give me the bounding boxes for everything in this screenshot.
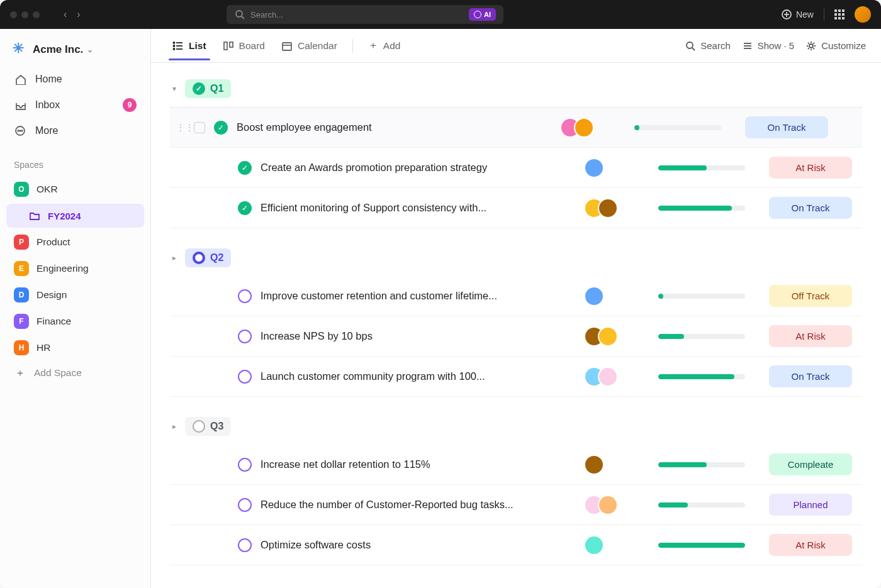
status-open-icon[interactable]: [238, 498, 252, 512]
board-icon: [223, 40, 234, 52]
task-row[interactable]: ⋮⋮ ✓ Create an Awards promotion preparat…: [170, 148, 862, 188]
workspace-switcher[interactable]: Acme Inc. ⌄: [6, 38, 144, 67]
toolbar-show[interactable]: Show · 5: [742, 40, 794, 52]
task-checkbox[interactable]: [194, 122, 205, 133]
status-done-icon[interactable]: ✓: [238, 201, 252, 215]
assignees[interactable]: [584, 198, 634, 218]
group-toggle[interactable]: ▸: [170, 422, 179, 431]
progress-bar[interactable]: [658, 294, 745, 299]
avatar[interactable]: [584, 158, 604, 178]
task-row[interactable]: ⋮⋮ Optimize software costs At Risk: [170, 525, 862, 565]
status-badge[interactable]: At Risk: [769, 157, 852, 179]
svg-rect-16: [230, 42, 233, 47]
avatar[interactable]: [584, 535, 604, 555]
svg-point-12: [174, 42, 175, 43]
global-search[interactable]: Search... AI: [227, 5, 503, 24]
status-open-icon[interactable]: [238, 538, 252, 552]
toolbar-search[interactable]: Search: [685, 40, 731, 52]
folder-item-fy2024[interactable]: FY2024: [6, 204, 144, 228]
status-open-icon[interactable]: [238, 458, 252, 472]
assignees[interactable]: [584, 158, 634, 178]
progress-bar[interactable]: [658, 374, 745, 379]
task-row[interactable]: ⋮⋮ Increase NPS by 10 bps At Risk: [170, 316, 862, 357]
svg-line-20: [692, 48, 695, 50]
progress-bar[interactable]: [658, 543, 745, 548]
task-row[interactable]: ⋮⋮ ✓ Efficient monitoring of Support con…: [170, 188, 862, 228]
status-badge[interactable]: On Track: [769, 197, 852, 219]
space-item-engineering[interactable]: EEngineering: [6, 255, 144, 282]
sidebar-item-inbox[interactable]: Inbox 9: [6, 92, 144, 118]
plus-circle-icon: [781, 9, 792, 20]
task-row[interactable]: ⋮⋮ Launch customer community program wit…: [170, 357, 862, 397]
task-row[interactable]: ⋮⋮ Improve customer retention and custom…: [170, 276, 862, 316]
group-toggle[interactable]: ▸: [170, 253, 179, 262]
status-badge[interactable]: Off Track: [769, 285, 852, 307]
progress-bar[interactable]: [658, 462, 745, 467]
space-label: Design: [36, 289, 67, 301]
drag-handle-icon[interactable]: ⋮⋮: [176, 123, 185, 133]
avatar[interactable]: [598, 198, 618, 218]
add-view-button[interactable]: ＋ Add: [362, 30, 407, 61]
assignees[interactable]: [584, 326, 634, 347]
group-toggle[interactable]: ▾: [170, 84, 179, 93]
avatar[interactable]: [574, 118, 594, 138]
view-tab-board[interactable]: Board: [216, 31, 271, 60]
group-label-q3[interactable]: Q3: [185, 417, 231, 436]
group-label-q2[interactable]: Q2: [185, 248, 231, 267]
apps-icon[interactable]: [834, 9, 845, 19]
progress-bar[interactable]: [658, 334, 745, 339]
assignees[interactable]: [560, 118, 610, 138]
status-done-icon[interactable]: ✓: [214, 121, 228, 135]
space-label: Product: [36, 236, 70, 248]
progress-bar[interactable]: [658, 165, 745, 170]
status-badge[interactable]: On Track: [769, 365, 852, 387]
avatar[interactable]: [598, 495, 618, 515]
avatar[interactable]: [584, 455, 604, 475]
forward-button[interactable]: ›: [73, 8, 84, 21]
status-badge[interactable]: At Risk: [769, 534, 852, 556]
add-space-button[interactable]: ＋ Add Space: [6, 361, 144, 385]
space-item-okr[interactable]: OOKR: [6, 176, 144, 202]
avatar[interactable]: [584, 286, 604, 306]
task-row[interactable]: ⋮⋮ Increase net dollar retention to 115%…: [170, 445, 862, 485]
assignees[interactable]: [584, 455, 634, 475]
space-badge: P: [14, 235, 29, 250]
space-item-design[interactable]: DDesign: [6, 282, 144, 308]
group-label-q1[interactable]: ✓Q1: [185, 79, 231, 98]
new-button[interactable]: New: [781, 9, 814, 20]
task-row[interactable]: ⋮⋮ Reduce the number of Customer-Reporte…: [170, 485, 862, 525]
inbox-icon: [14, 99, 26, 111]
avatar[interactable]: [598, 367, 618, 387]
sidebar-item-home[interactable]: Home: [6, 67, 144, 92]
progress-bar[interactable]: [658, 502, 745, 508]
assignees[interactable]: [584, 286, 634, 306]
status-done-icon[interactable]: ✓: [238, 161, 252, 175]
back-button[interactable]: ‹: [60, 8, 70, 21]
status-open-icon[interactable]: [238, 330, 252, 343]
view-tab-calendar[interactable]: Calendar: [275, 31, 344, 60]
svg-point-14: [174, 48, 175, 50]
status-badge[interactable]: On Track: [745, 116, 828, 138]
assignees[interactable]: [584, 367, 634, 387]
space-item-product[interactable]: PProduct: [6, 229, 144, 255]
user-avatar[interactable]: [855, 6, 871, 23]
space-item-finance[interactable]: FFinance: [6, 308, 144, 335]
sidebar-item-more[interactable]: More: [6, 118, 144, 143]
status-badge[interactable]: Compleate: [769, 453, 852, 475]
progress-bar[interactable]: [658, 206, 745, 211]
assignees[interactable]: [584, 535, 634, 555]
workspace-name: Acme Inc.: [33, 43, 83, 56]
status-badge[interactable]: At Risk: [769, 325, 852, 347]
space-item-hr[interactable]: HHR: [6, 335, 144, 361]
ai-button[interactable]: AI: [469, 8, 496, 21]
progress-bar[interactable]: [634, 125, 721, 130]
toolbar-customize[interactable]: Customize: [805, 40, 866, 52]
window-controls[interactable]: [10, 11, 40, 18]
view-tab-list[interactable]: List: [166, 31, 213, 60]
avatar[interactable]: [598, 326, 618, 347]
status-open-icon[interactable]: [238, 370, 252, 384]
status-badge[interactable]: Planned: [769, 494, 852, 516]
task-row[interactable]: ⋮⋮ ✓ Boost employee engagement On Track: [170, 107, 862, 148]
status-open-icon[interactable]: [238, 289, 252, 303]
assignees[interactable]: [584, 495, 634, 515]
